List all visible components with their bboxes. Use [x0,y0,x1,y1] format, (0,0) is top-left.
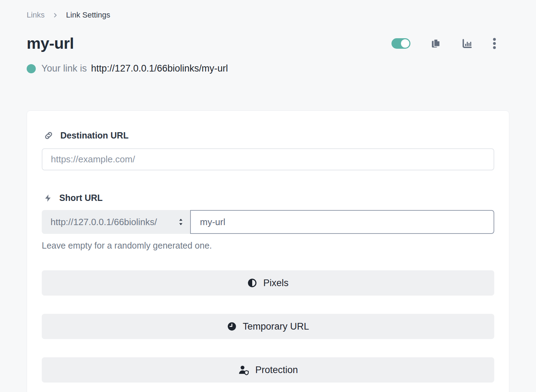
destination-url-input[interactable] [42,148,494,170]
selected-domain: http://127.0.0.1/66biolinks/ [51,217,177,228]
protection-button[interactable]: Protection [42,357,494,383]
bar-chart-icon [462,38,473,49]
user-shield-icon [238,365,249,375]
temporary-url-button[interactable]: Temporary URL [42,314,494,339]
short-url-slug-input[interactable] [190,210,494,234]
short-url-domain-select[interactable]: http://127.0.0.1/66biolinks/ [42,210,190,234]
status-prefix: Your link is [41,63,87,74]
statistics-button[interactable] [462,38,473,49]
header-row: my-url [27,34,509,53]
short-url-input-group: http://127.0.0.1/66biolinks/ [42,210,494,234]
short-url-help-text: Leave empty for a randomly generated one… [42,241,494,251]
header-actions [391,38,509,49]
link-status-row: Your link is http://127.0.0.1/66biolinks… [27,63,509,74]
half-circle-icon [247,278,257,288]
destination-url-label: Destination URL [60,130,128,141]
toggle-knob [401,39,409,48]
kebab-menu-icon [493,38,496,49]
pixels-button-label: Pixels [263,278,288,289]
select-arrows-icon [177,217,185,227]
lightning-bolt-icon [44,193,52,203]
chevron-right-icon [52,12,58,18]
copy-link-button[interactable] [431,38,441,49]
protection-button-label: Protection [255,365,298,376]
link-enabled-toggle[interactable] [391,38,410,49]
short-url-label: Short URL [59,193,103,203]
copy-icon [431,38,441,49]
breadcrumb-links[interactable]: Links [27,11,45,20]
temporary-url-button-label: Temporary URL [243,321,309,332]
pixels-button[interactable]: Pixels [42,270,494,296]
status-dot [27,64,36,73]
breadcrumb-current: Link Settings [66,11,110,20]
clock-icon [227,322,237,331]
page-title: my-url [27,34,74,53]
destination-url-label-row: Destination URL [42,130,494,141]
more-options-button[interactable] [493,38,496,49]
status-url: http://127.0.0.1/66biolinks/my-url [91,63,228,74]
link-icon [44,131,53,140]
breadcrumb: Links Link Settings [27,11,509,20]
link-settings-page: Links Link Settings my-url [0,11,536,392]
link-settings-card: Destination URL Short URL http://127.0.0… [27,110,509,392]
short-url-label-row: Short URL [42,193,494,203]
